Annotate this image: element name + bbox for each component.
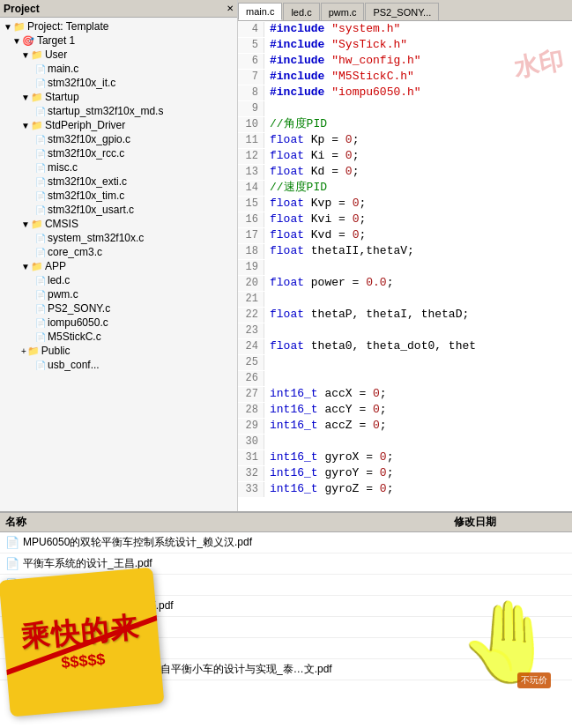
tree-file-usb-conf[interactable]: usb_conf... (0, 358, 237, 372)
tree-file-iompu[interactable]: iompu6050.c (0, 316, 237, 330)
code-line-10: 10 //角度PID (238, 116, 572, 132)
line-num-10: 10 (238, 117, 264, 132)
line-content-20: float power = 0.0; (264, 275, 393, 290)
expand-icon-cmsis[interactable]: ▼ (21, 219, 30, 229)
expand-icon-stdperiph[interactable]: ▼ (21, 121, 30, 130)
code-line-23: 23 (238, 323, 572, 338)
cmsis-folder-label: CMSIS (45, 218, 78, 230)
tree-target[interactable]: ▼ 🎯 Target 1 (0, 33, 237, 48)
line-num-8: 8 (238, 85, 264, 100)
tree-file-rcc[interactable]: stm32f10x_rcc.c (0, 146, 237, 160)
app-folder-label: APP (45, 260, 66, 272)
tree-folder-stdperiph[interactable]: ▼ StdPeriph_Driver (0, 118, 237, 132)
startup-folder-icon (31, 92, 43, 103)
tree-file-usart[interactable]: stm32f10x_usart.c (0, 203, 237, 217)
tree-file-system-stm[interactable]: system_stm32f10x.c (0, 231, 237, 245)
list-item-0[interactable]: 📄 MPU6050的双轮平衡车控制系统设计_赖义汉.pdf (0, 532, 572, 553)
line-content-25 (264, 354, 277, 369)
code-line-26: 26 (238, 370, 572, 386)
tree-folder-app[interactable]: ▼ APP (0, 259, 237, 273)
list-item-5[interactable]: 📄 小车的直立…制_王梦曦.pdf (0, 638, 572, 659)
line-num-11: 11 (238, 133, 264, 148)
line-content-7: #include "M5StickC.h" (264, 69, 414, 84)
line-content-31: int16_t gyroX = 0; (264, 449, 393, 464)
tree-file-core-cm3[interactable]: core_cm3.c (0, 245, 237, 259)
tree-file-stm32-it[interactable]: stm32f10x_it.c (0, 76, 237, 90)
expand-icon-startup[interactable]: ▼ (21, 93, 30, 102)
code-line-15: 15 float Kvp = 0; (238, 196, 572, 212)
file-label-led: led.c (48, 274, 70, 286)
tree-file-ps2[interactable]: PS2_SONY.c (0, 301, 237, 316)
line-content-18: float thetaII,thetaV; (264, 243, 414, 258)
tree-file-main-c[interactable]: main.c (0, 62, 237, 76)
tree-file-exti[interactable]: stm32f10x_exti.c (0, 175, 237, 189)
tree-folder-cmsis[interactable]: ▼ CMSIS (0, 217, 237, 231)
code-line-18: 18 float thetaII,thetaV; (238, 243, 572, 259)
expand-icon-app[interactable]: ▼ (21, 262, 30, 271)
line-content-32: int16_t gyroY = 0; (264, 465, 393, 480)
list-item-3[interactable]: 📄 衡小车的设计与实现_王开亮.pdf (0, 596, 572, 617)
tab-ps2[interactable]: PS2_SONY... (365, 3, 439, 20)
file-col-date: 修改日期 (449, 513, 572, 531)
file-list-items: 📄 MPU6050的双轮平衡车控制系统设计_赖义汉.pdf 📄 平衡车系统的设计… (0, 532, 572, 728)
code-line-5: 5 #include "SysTick.h" (238, 37, 572, 53)
code-line-28: 28 int16_t accY = 0; (238, 402, 572, 418)
file-name-4: 解…方案（2011）.pdf (23, 620, 567, 635)
pdf-icon-5: 📄 (5, 642, 19, 655)
file-icon-usart (35, 204, 46, 215)
list-item-6[interactable]: 📄 一种基于ARM_STM32的两轮自平衡小车的设计与实现_泰…文.pdf (0, 659, 572, 680)
line-num-26: 26 (238, 371, 264, 386)
tree-folder-startup[interactable]: ▼ Startup (0, 90, 237, 104)
file-name-3: 衡小车的设计与实现_王开亮.pdf (23, 598, 567, 613)
line-num-17: 17 (238, 228, 264, 243)
line-content-28: int16_t accY = 0; (264, 402, 387, 417)
file-icon-main-c (35, 63, 46, 74)
tree-file-pwm[interactable]: pwm.c (0, 287, 237, 301)
file-list-header: 名称 修改日期 (0, 513, 572, 532)
panel-close-button[interactable]: ✕ (227, 4, 234, 13)
code-line-11: 11 float Kp = 0; (238, 132, 572, 148)
expand-icon-user[interactable]: ▼ (21, 50, 30, 60)
public-folder-icon (27, 345, 40, 357)
expand-icon-root[interactable]: ▼ (4, 22, 12, 32)
tab-main-c[interactable]: main.c (238, 3, 282, 20)
list-item-4[interactable]: 📄 解…方案（2011）.pdf (0, 617, 572, 638)
code-line-14: 14 //速度PID (238, 180, 572, 196)
tree-file-startup-md[interactable]: startup_stm32f10x_md.s (0, 104, 237, 118)
tree-file-led[interactable]: led.c (0, 273, 237, 287)
list-item-1[interactable]: 📄 平衡车系统的设计_王昌.pdf (0, 553, 572, 575)
tree-file-gpio[interactable]: stm32f10x_gpio.c (0, 132, 237, 146)
tree-folder-public[interactable]: + Public (0, 344, 237, 358)
line-num-13: 13 (238, 165, 264, 180)
expand-icon-target[interactable]: ▼ (12, 36, 21, 46)
line-content-15: float Kvp = 0; (264, 196, 366, 211)
file-name-5: 小车的直立…制_王梦曦.pdf (23, 641, 567, 656)
line-num-15: 15 (238, 197, 264, 212)
pdf-icon-4: 📄 (5, 620, 19, 634)
code-line-25: 25 (238, 354, 572, 370)
tree-folder-user[interactable]: ▼ User (0, 48, 237, 62)
tab-led-c[interactable]: led.c (283, 3, 319, 20)
expand-icon-public[interactable]: + (21, 346, 26, 356)
line-num-33: 33 (238, 482, 264, 497)
tree-file-tim[interactable]: stm32f10x_tim.c (0, 189, 237, 203)
line-num-6: 6 (238, 54, 264, 69)
code-line-9: 9 (238, 100, 572, 116)
file-label-iompu: iompu6050.c (48, 316, 108, 329)
file-icon-stm32-it (35, 78, 46, 88)
line-content-23 (264, 323, 277, 338)
list-item-2[interactable]: 📄 控制系统设计_高正中.pdf (0, 575, 572, 596)
code-line-22: 22 float thetaP, thetaI, thetaD; (238, 307, 572, 323)
tree-root[interactable]: ▼ Project: Template (0, 19, 237, 33)
tab-pwm-c[interactable]: pwm.c (321, 3, 365, 20)
tree-file-m5stick[interactable]: M5StickC.c (0, 330, 237, 344)
line-num-18: 18 (238, 244, 264, 259)
code-line-13: 13 float Kd = 0; (238, 164, 572, 180)
tree-file-misc[interactable]: misc.c (0, 160, 237, 175)
file-label-gpio: stm32f10x_gpio.c (48, 133, 130, 145)
line-content-8: #include "iompu6050.h" (264, 85, 421, 100)
code-editor[interactable]: 水印 4 #include "system.h" 5 #include "Sys… (238, 21, 572, 511)
file-list-area: 名称 修改日期 📄 MPU6050的双轮平衡车控制系统设计_赖义汉.pdf 📄 … (0, 511, 572, 728)
project-title-bar: Project ✕ (0, 0, 237, 18)
line-content-17: float Kvd = 0; (264, 227, 366, 242)
